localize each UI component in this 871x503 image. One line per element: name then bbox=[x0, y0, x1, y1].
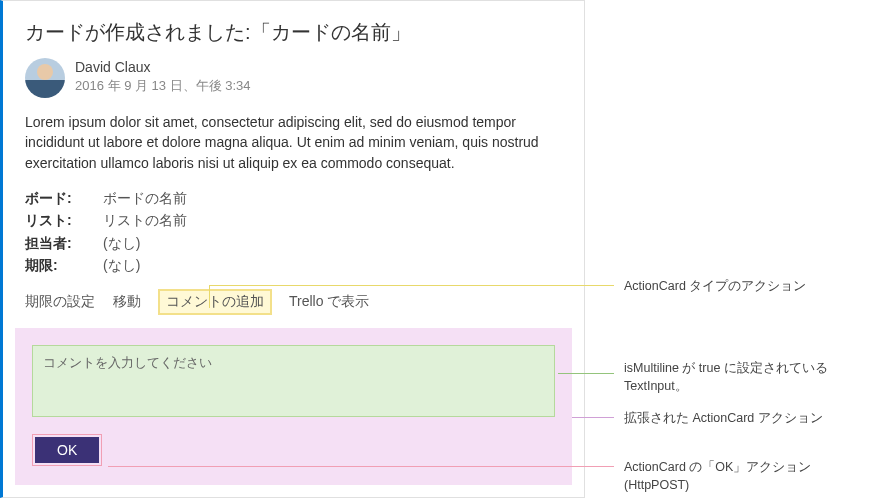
ok-button-highlight: OK bbox=[32, 434, 102, 466]
callout-connector bbox=[209, 285, 210, 308]
avatar bbox=[25, 58, 65, 98]
author-date: 2016 年 9 月 13 日、午後 3:34 bbox=[75, 77, 251, 95]
actions-row: 期限の設定 移動 コメントの追加 Trello で表示 bbox=[25, 290, 562, 314]
fact-row: リスト: リストの名前 bbox=[25, 209, 562, 231]
action-set-due[interactable]: 期限の設定 bbox=[25, 293, 95, 311]
action-open-trello[interactable]: Trello で表示 bbox=[289, 293, 369, 311]
facts-list: ボード: ボードの名前 リスト: リストの名前 担当者: (なし) 期限: (な… bbox=[25, 187, 562, 277]
action-add-comment[interactable]: コメントの追加 bbox=[159, 290, 271, 314]
fact-row: 期限: (なし) bbox=[25, 254, 562, 276]
callout-actioncard-type: ActionCard タイプのアクション bbox=[624, 278, 806, 296]
fact-row: 担当者: (なし) bbox=[25, 232, 562, 254]
fact-value: リストの名前 bbox=[103, 209, 187, 231]
card-body: Lorem ipsum dolor sit amet, consectetur … bbox=[25, 112, 562, 173]
fact-label: 担当者: bbox=[25, 232, 103, 254]
callout-ok-httppost: ActionCard の「OK」アクション (HttpPOST) bbox=[624, 459, 871, 494]
callout-connector bbox=[108, 466, 614, 467]
comment-input[interactable] bbox=[32, 345, 555, 417]
ok-button[interactable]: OK bbox=[35, 437, 99, 463]
fact-label: ボード: bbox=[25, 187, 103, 209]
author-meta: David Claux 2016 年 9 月 13 日、午後 3:34 bbox=[75, 58, 251, 95]
fact-value: ボードの名前 bbox=[103, 187, 187, 209]
author-row: David Claux 2016 年 9 月 13 日、午後 3:34 bbox=[25, 58, 562, 98]
callout-expanded-actioncard: 拡張された ActionCard アクション bbox=[624, 410, 823, 428]
callout-connector bbox=[209, 285, 614, 286]
message-card: カードが作成されました:「カードの名前」 David Claux 2016 年 … bbox=[0, 0, 585, 498]
card-title: カードが作成されました:「カードの名前」 bbox=[25, 19, 562, 46]
callout-connector bbox=[558, 373, 614, 374]
callout-connector bbox=[572, 417, 614, 418]
fact-label: 期限: bbox=[25, 254, 103, 276]
fact-label: リスト: bbox=[25, 209, 103, 231]
author-name: David Claux bbox=[75, 59, 251, 75]
fact-value: (なし) bbox=[103, 254, 140, 276]
fact-value: (なし) bbox=[103, 232, 140, 254]
callout-multiline-input: isMultiline が true に設定されている TextInput。 bbox=[624, 360, 844, 395]
action-move[interactable]: 移動 bbox=[113, 293, 141, 311]
actioncard-panel: OK bbox=[15, 328, 572, 485]
fact-row: ボード: ボードの名前 bbox=[25, 187, 562, 209]
